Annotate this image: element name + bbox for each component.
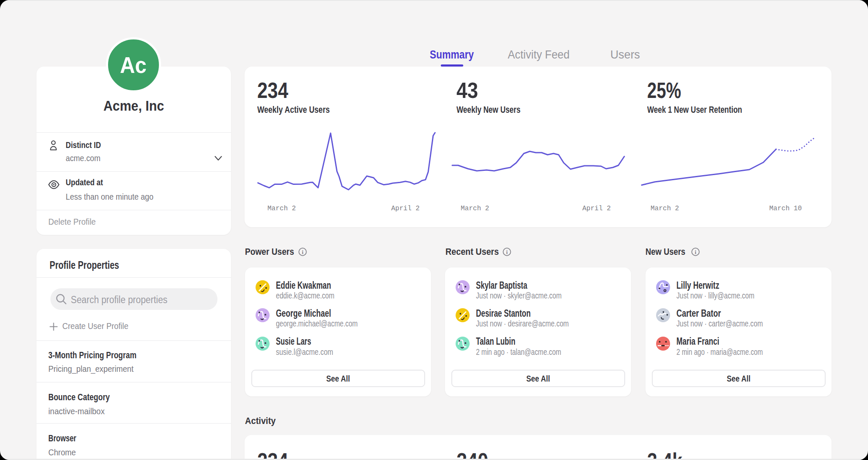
svg-text:i: i [695, 249, 696, 255]
svg-text:i: i [302, 249, 303, 255]
svg-text:i: i [506, 249, 508, 255]
